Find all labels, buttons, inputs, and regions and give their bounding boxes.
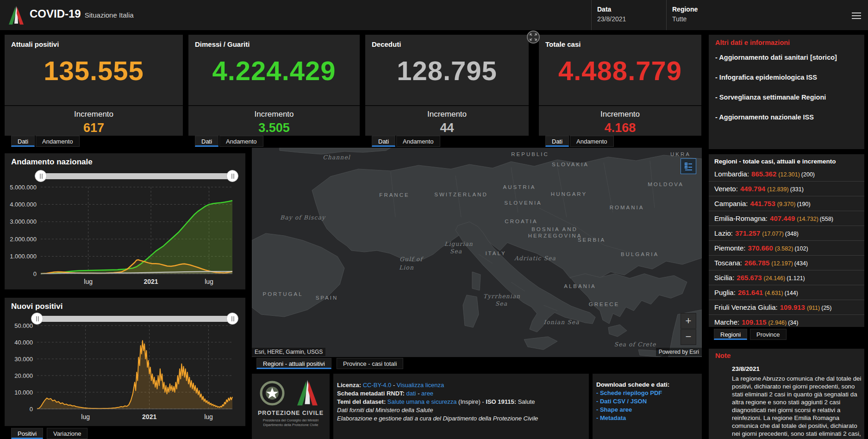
- region-row[interactable]: Emilia-Romagna:407.449(14.732)(558): [709, 211, 864, 226]
- region-increment: (348): [785, 231, 799, 237]
- svg-text:4.000.000: 4.000.000: [10, 201, 37, 208]
- logo-line2: Dipartimento della Protezione Civile: [252, 423, 330, 427]
- slider-handle-left[interactable]: [31, 313, 43, 325]
- license-line: Elaborazione e gestione dati a cura del …: [337, 414, 589, 423]
- andamento-range-slider[interactable]: [41, 173, 232, 179]
- altri-dati-link[interactable]: - Aggiornamento nazionale ISS: [715, 113, 854, 122]
- card-value: 4.488.779: [539, 55, 701, 86]
- region-increment: (331): [790, 186, 804, 193]
- slider-handle-right[interactable]: [226, 170, 238, 182]
- andamento-nazionale-panel: Andamento nazionale 01.000.0002.000.0003…: [5, 153, 245, 289]
- tab-dati-3[interactable]: Dati: [372, 136, 395, 147]
- regioni-panel: Regioni - totale casi, attuali e increme…: [709, 154, 864, 327]
- region-row[interactable]: Toscana:266.785(12.197)(434): [709, 256, 864, 270]
- region-row[interactable]: Puglia:261.641(4.631)(144): [709, 285, 864, 300]
- tab-andamento-3[interactable]: Andamento: [396, 136, 440, 147]
- card-increment-section: Incremento 617: [5, 105, 183, 136]
- map-tab-regioni[interactable]: Regioni - attuali positivi: [256, 358, 331, 369]
- tab-regioni[interactable]: Regioni: [714, 329, 747, 340]
- tab-dati-4[interactable]: Dati: [545, 136, 569, 147]
- license-link[interactable]: Visualizza licenza: [397, 382, 444, 389]
- svg-text:lug: lug: [204, 413, 213, 420]
- region-increment: (190): [797, 201, 810, 207]
- download-link[interactable]: - Dati CSV / JSON: [596, 397, 702, 406]
- region-increment: (34): [788, 320, 798, 326]
- svg-text:2.000.000: 2.000.000: [10, 236, 37, 243]
- svg-text:5.000.000: 5.000.000: [10, 184, 37, 191]
- license-lines: Licenza: CC-BY-4.0 - Visualizza licenzaS…: [333, 374, 589, 423]
- altri-dati-link[interactable]: - Sorveglianza settimanale Regioni: [715, 93, 854, 102]
- tab-province[interactable]: Province: [750, 329, 787, 340]
- legend-list-icon: [681, 159, 696, 174]
- region-attuali: (4.631): [765, 290, 783, 296]
- svg-text:lug: lug: [205, 278, 213, 285]
- svg-text:lug: lug: [84, 278, 93, 285]
- date-value: 23/8/2021: [597, 15, 626, 23]
- tab-andamento-4[interactable]: Andamento: [570, 136, 614, 147]
- region-row[interactable]: Friuli Venezia Giulia:109.913(911)(25): [709, 300, 864, 315]
- region-row[interactable]: Lombardia:865.362(12.301)(200): [709, 167, 864, 182]
- legend-button[interactable]: [681, 158, 696, 174]
- altri-dati-link[interactable]: - Aggiornamento dati sanitari [storico]: [715, 53, 854, 62]
- map-basemap: [252, 148, 702, 357]
- region-increment: (558): [820, 216, 833, 222]
- license-link[interactable]: dati: [406, 390, 416, 397]
- region-name: Lazio:: [714, 229, 733, 237]
- region-total: 261.641: [738, 288, 763, 296]
- tab-andamento-1[interactable]: Andamento: [36, 136, 80, 147]
- map-canvas[interactable]: ChannelREPUBLICUKRASLOVAKIAAUSTRIASWITZE…: [252, 148, 702, 357]
- license-link[interactable]: Salute umana e sicurezza: [387, 398, 457, 405]
- download-link[interactable]: - Metadata: [596, 414, 702, 422]
- svg-text:10.000: 10.000: [14, 389, 33, 396]
- license-link[interactable]: aree: [421, 390, 433, 397]
- region-increment: (434): [794, 260, 808, 267]
- region-selector[interactable]: Regione Tutte: [672, 6, 698, 23]
- region-row[interactable]: Marche:109.115(2.946)(34): [709, 315, 864, 327]
- region-row[interactable]: Piemonte:370.660(3.582)(102): [709, 241, 864, 256]
- page-title: COVID-19: [30, 7, 81, 20]
- expand-button[interactable]: [527, 31, 540, 44]
- download-link[interactable]: - Schede riepilogo PDF: [596, 389, 702, 397]
- card-increment-section: Incremento 3.505: [188, 105, 360, 136]
- region-name: Campania:: [714, 200, 748, 207]
- region-row[interactable]: Campania:441.753(9.370)(190): [709, 196, 864, 211]
- card-deceduti: Deceduti 128.795 Incremento 44: [365, 35, 529, 135]
- tab-variazione[interactable]: Variazione: [47, 428, 87, 439]
- license-link[interactable]: CC-BY-4.0: [363, 382, 392, 389]
- region-name: Sicilia:: [714, 274, 734, 282]
- map-tab-province[interactable]: Province - casi totali: [337, 358, 403, 369]
- map-corsica: [472, 272, 481, 290]
- download-link[interactable]: - Shape aree: [596, 406, 702, 414]
- region-row[interactable]: Sicilia:265.673(24.146)(1.121): [709, 270, 864, 285]
- nuovi-range-slider[interactable]: [37, 316, 232, 322]
- nuovi-positivi-panel: Nuovi positivi 010.00020.00030.00040.000…: [5, 298, 245, 426]
- region-attuali: (12.301): [778, 171, 800, 178]
- menu-icon[interactable]: [852, 11, 861, 21]
- svg-text:2021: 2021: [144, 278, 158, 285]
- region-name: Emilia-Romagna:: [714, 214, 768, 222]
- tab-andamento-2[interactable]: Andamento: [219, 136, 263, 147]
- regioni-panel-title: Regioni - totale casi, attuali e increme…: [709, 154, 864, 167]
- region-attuali: (2.946): [768, 320, 787, 326]
- zoom-out-button[interactable]: −: [681, 329, 696, 345]
- slider-handle-left[interactable]: [35, 170, 47, 182]
- region-row[interactable]: Lazio:371.257(17.077)(348): [709, 226, 864, 241]
- svg-text:2021: 2021: [142, 413, 156, 420]
- altri-dati-link[interactable]: - Infografica epidemiologica ISS: [715, 73, 854, 82]
- card-title: Attuali positivi: [11, 40, 59, 48]
- date-selector[interactable]: Data 23/8/2021: [597, 6, 626, 23]
- tab-positivi[interactable]: Positivi: [11, 428, 43, 439]
- tab-dati-2[interactable]: Dati: [195, 136, 219, 147]
- svg-text:20.000: 20.000: [14, 372, 33, 379]
- region-total: 865.362: [751, 170, 776, 178]
- region-name: Veneto:: [714, 185, 738, 193]
- slider-handle-right[interactable]: [226, 313, 238, 325]
- tab-dati-1[interactable]: Dati: [11, 136, 35, 147]
- increment-label: Incremento: [5, 110, 183, 119]
- license-line: Licenza: CC-BY-4.0 - Visualizza licenza: [337, 381, 589, 389]
- region-row[interactable]: Veneto:449.794(12.839)(331): [709, 182, 864, 196]
- header-divider-2: [666, 0, 667, 30]
- logo-title: PROTEZIONE CIVILE: [252, 410, 330, 416]
- zoom-in-button[interactable]: +: [681, 313, 696, 329]
- region-name: Marche:: [714, 318, 739, 326]
